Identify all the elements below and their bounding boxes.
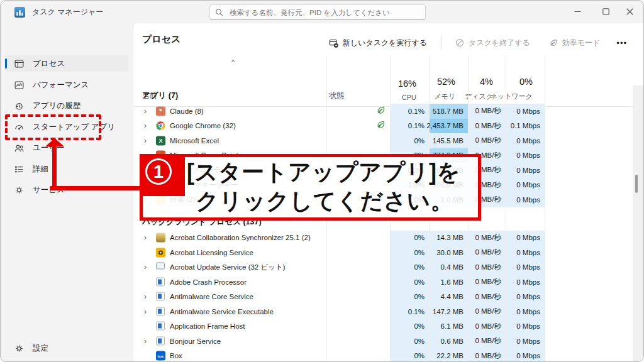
disk-value: 0 MB/秒 (469, 260, 506, 275)
history-icon (13, 100, 25, 111)
table-row[interactable]: ›Antimalware Service Executable0.1%147.2… (140, 304, 545, 319)
disk-value: 0 MB/秒 (469, 119, 506, 134)
expand-chevron-icon[interactable]: › (144, 290, 147, 305)
box-icon: box (156, 351, 165, 361)
memory-value: 1.6 MB (430, 275, 468, 290)
network-value: 0 Mbps (506, 148, 545, 163)
cpu-value: 0% (391, 319, 429, 334)
process-name: Acrobat Collaboration Synchronizer 25.1 … (170, 231, 311, 246)
sidebar-item-processes[interactable]: プロセス (5, 55, 128, 72)
process-name: Bonjour Service (170, 334, 221, 349)
table-row[interactable]: ›Acrobat Update Service (32 ビット)0%0.4 MB… (140, 260, 545, 275)
network-value: 0 Mbps (506, 275, 545, 290)
cpu-value: 0% (391, 290, 429, 305)
expand-chevron-icon[interactable]: › (144, 104, 147, 119)
excel-icon: X (156, 136, 165, 145)
end-task-label: タスクを終了する (469, 38, 530, 48)
window-title: タスク マネージャー (32, 1, 103, 23)
generic-app-icon (156, 307, 165, 316)
table-row[interactable]: Adobe Crash Processor0%1.6 MB0 MB/秒0 Mbp… (140, 275, 545, 290)
network-value: 0 Mbps (506, 334, 545, 349)
group-label: アプリ (7) (142, 89, 178, 102)
task-manager-app-icon (14, 7, 25, 18)
sidebar-item-settings[interactable]: 設定 (5, 340, 128, 356)
network-value: 0 Mbps (506, 104, 545, 119)
sidebar-item-label: プロセス (33, 58, 65, 69)
table-row[interactable]: ›Bonjour Service0%0.6 MB0 MB/秒0 Mbps (140, 334, 545, 349)
table-row[interactable]: ›*Claude (8)0.1%518.7 MB0 MB/秒0 Mbps (140, 104, 545, 119)
efficiency-mode-button[interactable]: 効率モード (544, 35, 606, 51)
table-row[interactable]: ›Acrobat Collaboration Synchronizer 25.1… (140, 231, 545, 246)
memory-value: 2,453.7 MB (430, 119, 468, 134)
end-task-button[interactable]: タスクを終了する (450, 35, 535, 51)
title-bar: タスク マネージャー (1, 1, 643, 23)
sidebar-item-app-history[interactable]: アプリの履歴 (5, 97, 128, 114)
sidebar-item-performance[interactable]: パフォーマンス (5, 77, 128, 93)
maximize-button[interactable] (592, 1, 619, 23)
run-new-task-label: 新しいタスクを実行する (343, 38, 427, 48)
table-row[interactable]: Acrobat Licensing Service0%30.0 MB0 MB/秒… (140, 245, 545, 260)
memory-value: 14.3 MB (430, 231, 468, 246)
search-box[interactable] (209, 4, 426, 20)
process-name: Antimalware Core Service (170, 290, 253, 305)
efficiency-leaf-icon (376, 105, 386, 117)
memory-value: 4.4 MB (430, 290, 468, 305)
generic-app-icon (156, 277, 165, 287)
expand-chevron-icon[interactable]: › (144, 260, 147, 275)
expand-chevron-icon[interactable]: › (144, 231, 147, 246)
end-task-icon (455, 38, 464, 47)
expand-chevron-icon[interactable]: › (144, 133, 147, 148)
table-row[interactable]: boxBox0%22.2 MB0 MB/秒0 Mbps (140, 349, 545, 362)
sidebar-item-label: パフォーマンス (33, 80, 89, 90)
efficiency-mode-label: 効率モード (562, 38, 601, 48)
network-value: 0 Mbps (506, 349, 545, 362)
page-title: プロセス (142, 33, 180, 45)
sidebar-item-details[interactable]: 詳細 (5, 161, 128, 177)
toolbar: 新しいタスクを実行する タスクを終了する 効率モード ••• (324, 33, 630, 52)
run-new-task-button[interactable]: 新しいタスクを実行する (324, 35, 432, 51)
annotation-arrow-horizontal (50, 186, 143, 190)
process-name: Acrobat Update Service (32 ビット) (170, 260, 286, 275)
search-icon (215, 8, 223, 16)
annotation-arrow-vertical (52, 145, 57, 189)
table-row[interactable]: ›Antimalware Core Service0%4.4 MB0 MB/秒0… (140, 290, 545, 305)
table-row[interactable]: ›XMicrosoft Excel0%145.5 MB0 MB/秒0 Mbps (140, 133, 545, 148)
new-task-icon (329, 38, 338, 48)
minimize-button[interactable] (564, 1, 591, 23)
process-name: Microsoft Excel (170, 133, 219, 148)
disk-value: 0 MB/秒 (469, 245, 506, 260)
sidebar-item-users[interactable]: ユーザー (5, 140, 128, 156)
annotation-callout: 1 [スタートアップアプリ]を クリックしてください。 (140, 154, 481, 221)
disk-value: 0 MB/秒 (469, 104, 506, 119)
scrollbar-thumb[interactable] (635, 175, 638, 193)
efficiency-leaf-icon (376, 120, 386, 132)
close-button[interactable] (616, 1, 643, 23)
network-value: 0 Mbps (506, 192, 545, 207)
disk-value: 0 MB/秒 (469, 349, 506, 362)
table-row[interactable]: ›Google Chrome (32)0.1%2,453.7 MB0 MB/秒0… (140, 119, 545, 134)
scrollbar-track[interactable] (633, 85, 643, 361)
sidebar-item-label: 詳細 (33, 164, 48, 175)
cpu-value: 0% (391, 133, 429, 148)
search-input[interactable] (228, 8, 420, 17)
process-name: Claude (8) (170, 104, 204, 119)
annotation-dashed-highlight (5, 114, 101, 140)
cpu-value: 0% (391, 334, 429, 349)
gear-icon (13, 343, 25, 354)
memory-value: 0.6 MB (430, 334, 468, 349)
disk-value: 0 MB/秒 (469, 231, 506, 246)
table-row[interactable]: Application Frame Host0%6.1 MB0 MB/秒0 Mb… (140, 319, 545, 334)
expand-chevron-icon[interactable]: › (144, 334, 147, 349)
disk-value: 0 MB/秒 (469, 133, 506, 148)
expand-chevron-icon[interactable]: › (144, 119, 147, 134)
more-options-button[interactable]: ••• (614, 38, 630, 48)
group-header-row[interactable]: アプリ (7) (140, 89, 545, 102)
process-name: Antimalware Service Executable (170, 304, 274, 319)
acrobat-license-icon (156, 248, 165, 257)
cpu-value: 0% (391, 349, 429, 362)
process-name: Adobe Crash Processor (170, 275, 247, 290)
generic-app-icon (156, 336, 165, 346)
cpu-value: 0% (391, 245, 429, 260)
network-value: 0 Mbps (506, 163, 545, 178)
expand-chevron-icon[interactable]: › (144, 304, 147, 319)
